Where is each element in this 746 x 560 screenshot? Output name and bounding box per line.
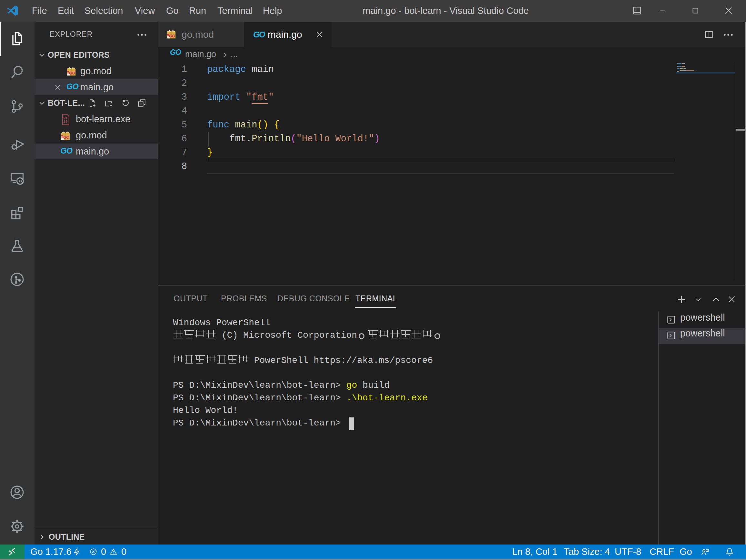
svg-text:10: 10 [63, 120, 68, 123]
